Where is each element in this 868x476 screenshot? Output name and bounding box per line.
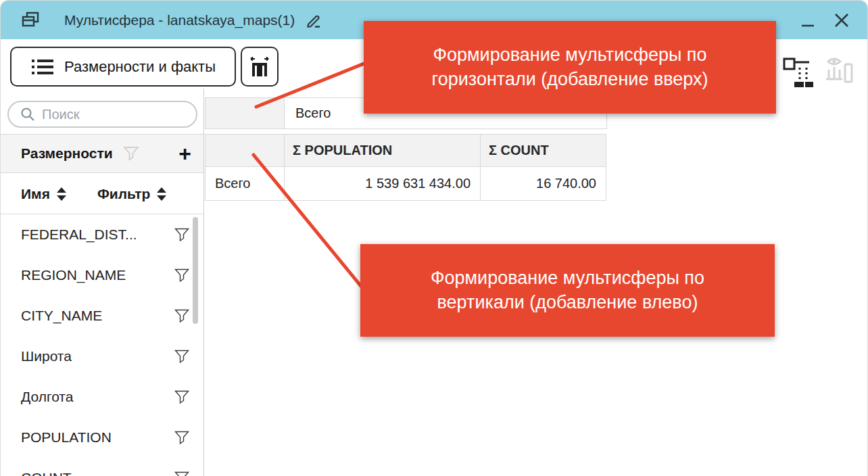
add-dimension-button[interactable]: + xyxy=(178,143,191,164)
pivot-measure-header-count[interactable]: Σ COUNT xyxy=(481,135,606,167)
sort-name-icon[interactable] xyxy=(55,187,68,201)
column-filter-label: Фильтр xyxy=(97,186,150,202)
dimension-name: Долгота xyxy=(21,389,73,405)
pivot-row-label: Всего xyxy=(206,167,285,201)
annotation-horizontal-callout: Формирование мультисферы по горизонтали … xyxy=(364,21,776,114)
annotation-line: горизонтали (добавление вверх) xyxy=(431,68,708,92)
filter-funnel-icon[interactable] xyxy=(174,471,190,476)
edit-title-pencil-icon[interactable] xyxy=(304,10,324,30)
dimension-item[interactable]: POPULATION xyxy=(1,417,203,458)
annotation-line: Формирование мультисферы по xyxy=(431,266,704,291)
dimension-item[interactable]: Долгота xyxy=(1,377,203,417)
dimension-list: FEDERAL_DIST... REGION_NAME CITY_NAME Ши… xyxy=(1,214,203,476)
dimension-name: CITY_NAME xyxy=(21,308,102,324)
annotation-vertical-callout: Формирование мультисферы по вертикали (д… xyxy=(360,244,775,337)
dimension-item[interactable]: CITY_NAME xyxy=(1,295,203,336)
pivot-stub-cell xyxy=(206,135,285,167)
resize-columns-icon xyxy=(248,55,271,79)
bullet-list-icon xyxy=(30,56,55,78)
column-name-label: Имя xyxy=(21,186,50,202)
sort-filter-icon[interactable] xyxy=(155,187,168,201)
filter-funnel-icon[interactable] xyxy=(174,268,190,283)
dimension-name: POPULATION xyxy=(21,429,112,446)
pivot-table: Σ POPULATION Σ COUNT Всего 1 539 631 434… xyxy=(205,134,606,201)
annotation-line: вертикали (добавление влево) xyxy=(437,291,698,315)
app-window: Мультисфера - lanatskaya_maps(1) Размерн… xyxy=(0,0,868,476)
visibility-chart-button xyxy=(823,53,857,87)
dimension-item[interactable]: REGION_NAME xyxy=(1,255,203,295)
dimensions-and-facts-label: Размерности и факты xyxy=(64,58,216,76)
dimension-name: Широта xyxy=(21,348,72,364)
filter-funnel-icon[interactable] xyxy=(174,389,190,405)
pivot-measure-header-population[interactable]: Σ POPULATION xyxy=(285,135,481,167)
dimension-item[interactable]: Широта xyxy=(1,336,203,377)
section-filter-icon[interactable] xyxy=(122,145,140,162)
dimension-name: COUNT xyxy=(21,470,72,476)
pivot-value-population: 1 539 631 434.00 xyxy=(285,167,481,201)
structure-button[interactable] xyxy=(782,56,813,90)
filter-funnel-icon[interactable] xyxy=(174,227,190,243)
search-box[interactable] xyxy=(7,101,197,128)
tree-structure-icon xyxy=(782,56,813,90)
sidebar-scrollbar-thumb[interactable] xyxy=(193,217,198,324)
dimension-list-column-header: Имя Фильтр xyxy=(1,174,203,214)
overlapping-windows-icon xyxy=(20,9,41,31)
dimension-item[interactable]: COUNT xyxy=(1,458,203,476)
column-width-button[interactable] xyxy=(241,47,279,87)
window-title: Мультисфера - lanatskaya_maps(1) xyxy=(64,12,295,28)
annotation-line: Формирование мультисферы по xyxy=(433,43,706,68)
eye-columns-icon xyxy=(823,53,857,87)
close-button[interactable] xyxy=(833,11,850,29)
dimensions-and-facts-button[interactable]: Размерности и факты xyxy=(10,47,236,87)
filter-funnel-icon[interactable] xyxy=(174,430,190,446)
dimensions-section-title: Размерности xyxy=(21,145,113,162)
dimension-name: REGION_NAME xyxy=(21,267,126,283)
filter-funnel-icon[interactable] xyxy=(174,349,190,364)
sidebar-divider xyxy=(203,89,204,476)
minimize-button[interactable] xyxy=(799,11,817,29)
search-input[interactable] xyxy=(42,107,170,122)
filter-funnel-icon[interactable] xyxy=(174,308,190,324)
pivot-value-count: 16 740.00 xyxy=(481,167,606,201)
pivot-corner-cell xyxy=(206,98,285,129)
dimension-item[interactable]: FEDERAL_DIST... xyxy=(1,214,203,255)
search-icon xyxy=(20,106,36,122)
dimension-name: FEDERAL_DIST... xyxy=(21,227,137,243)
dimensions-section-header: Размерности + xyxy=(1,134,203,173)
